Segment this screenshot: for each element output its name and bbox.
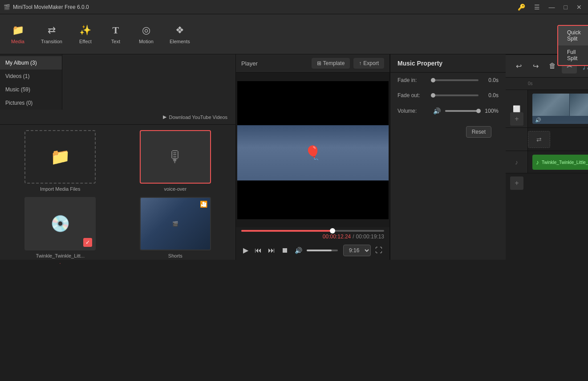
sidebar-item-my-album[interactable]: My Album (3) bbox=[0, 56, 62, 70]
player-timeline: 00:00:12.24 / 00:00:19:13 bbox=[236, 227, 389, 242]
fade-out-value: 0.0s bbox=[483, 92, 499, 98]
clip-frame-1 bbox=[532, 94, 570, 116]
voiceover-icon: 🎙 bbox=[167, 147, 183, 166]
music-twinkle-card[interactable]: 💿 ✓ Twinkle_Twinkle_Litt... ↓ bbox=[5, 197, 115, 258]
volume-row: Volume: 🔊 100% bbox=[390, 103, 506, 119]
menu-icon[interactable]: ☰ bbox=[531, 3, 543, 12]
title-bar: 🎬 MiniTool MovieMaker Free 6.0.0 🔑 ☰ — □… bbox=[0, 0, 588, 14]
add-music-track-button[interactable]: + bbox=[510, 176, 523, 190]
export-button[interactable]: ↑ Export bbox=[353, 58, 384, 69]
fade-in-slider[interactable] bbox=[433, 79, 479, 81]
music-disc-icon: 💿 bbox=[50, 214, 70, 233]
down-arrow-indicator: ↓ bbox=[57, 259, 63, 264]
volume-icon[interactable]: 🔊 bbox=[293, 245, 304, 256]
import-media-card[interactable]: 📁 Import Media Files bbox=[5, 130, 115, 192]
voiceover-card[interactable]: 🎙 voice-over bbox=[121, 130, 231, 192]
quick-split-popup: Quick Split Full Split bbox=[557, 25, 588, 66]
fade-out-slider[interactable] bbox=[433, 94, 479, 96]
sidebar-item-pictures[interactable]: Pictures (0) bbox=[0, 96, 62, 110]
fullscreen-button[interactable]: ⛶ bbox=[373, 245, 384, 256]
progress-thumb[interactable] bbox=[330, 228, 335, 234]
player-header: Player ⊞ Template ↑ Export bbox=[236, 54, 389, 73]
album-sidebar: My Album (3) Videos (1) Music (59) Pictu… bbox=[0, 54, 62, 110]
toolbar-item-effect[interactable]: ✨ Effect bbox=[71, 18, 100, 50]
lower-content: ↩ ↪ 🗑 ✂ 🎵 ⊡ ⊟ ⊞ bbox=[506, 54, 588, 176]
player-header-buttons: ⊞ Template ↑ Export bbox=[312, 58, 384, 69]
progress-bar[interactable] bbox=[241, 230, 384, 232]
volume-property-thumb[interactable] bbox=[476, 109, 481, 113]
toolbar-item-elements[interactable]: ❖ Elements bbox=[162, 18, 197, 50]
download-youtube-button[interactable]: ▶ Download YouTube Videos bbox=[159, 112, 231, 122]
main-layout: My Album (3) Videos (1) Music (59) Pictu… bbox=[0, 54, 588, 381]
voiceover-thumb: 🎙 bbox=[140, 130, 211, 184]
ruler-mark-0: 0s bbox=[528, 81, 533, 86]
import-label: Import Media Files bbox=[40, 186, 80, 192]
aspect-ratio-select[interactable]: 9:16 16:9 1:1 bbox=[343, 245, 371, 256]
music-note-icon: ♪ bbox=[536, 159, 539, 166]
next-frame-button[interactable]: ⏭ bbox=[266, 245, 277, 256]
app-icon: 🎬 bbox=[4, 4, 10, 10]
transition-label: Transition bbox=[41, 39, 62, 44]
balloon-scene: 🎈 bbox=[237, 125, 389, 180]
video-type-badge: 🎦 bbox=[200, 201, 207, 208]
toolbar-item-text[interactable]: T Text bbox=[101, 18, 130, 50]
key-icon[interactable]: 🔑 bbox=[515, 3, 528, 12]
volume-property-slider[interactable] bbox=[445, 110, 479, 112]
progress-fill bbox=[241, 230, 333, 232]
sidebar-item-music[interactable]: Music (59) bbox=[0, 83, 62, 96]
time-display: 00:00:12.24 / 00:00:19:13 bbox=[241, 232, 384, 242]
total-time: 00:00:19:13 bbox=[356, 234, 384, 240]
add-video-track-button[interactable]: + bbox=[510, 112, 523, 126]
twinkle-label: Twinkle_Twinkle_Litt... bbox=[36, 253, 85, 258]
trans-slot-1: ⇄ bbox=[528, 131, 550, 148]
selected-badge: ✓ bbox=[83, 238, 92, 247]
fade-out-row: Fade out: 0.0s bbox=[390, 88, 506, 103]
motion-icon: ◎ bbox=[142, 25, 150, 36]
maximize-button[interactable]: □ bbox=[561, 3, 570, 12]
transition-track-content: ⇄ ⬇ ⇄ ⇄ ⇄ bbox=[528, 128, 588, 151]
import-thumb: 📁 bbox=[24, 130, 96, 184]
export-icon: ↑ bbox=[359, 60, 361, 66]
fade-out-thumb[interactable] bbox=[431, 93, 435, 98]
elements-icon: ❖ bbox=[175, 25, 184, 36]
close-button[interactable]: ✕ bbox=[574, 3, 584, 12]
player-title: Player bbox=[241, 60, 258, 67]
prev-frame-button[interactable]: ⏮ bbox=[253, 245, 264, 256]
video-clip[interactable]: 🔊 bbox=[532, 94, 588, 124]
redo-button[interactable]: ↪ bbox=[528, 58, 543, 74]
export-label: Export bbox=[363, 60, 379, 66]
reset-button[interactable]: Reset bbox=[466, 126, 491, 138]
effect-label: Effect bbox=[79, 39, 92, 44]
add-track-buttons: + + bbox=[506, 68, 528, 190]
elements-label: Elements bbox=[170, 39, 190, 44]
template-label: Template bbox=[323, 60, 345, 66]
transition-icon: ⇄ bbox=[48, 25, 56, 36]
template-button[interactable]: ⊞ Template bbox=[312, 58, 350, 69]
voiceover-label: voice-over bbox=[164, 186, 187, 192]
clip-frames bbox=[532, 94, 588, 116]
stop-button[interactable]: ⏹ bbox=[280, 245, 290, 256]
timeline-area: 0s 19.5s ⬜ bbox=[506, 78, 588, 176]
play-button[interactable]: ▶ bbox=[241, 244, 250, 256]
upper-content: My Album (3) Videos (1) Music (59) Pictu… bbox=[0, 54, 506, 260]
media-grid: 📁 Import Media Files 🎙 voice-over bbox=[0, 125, 235, 264]
music-clip[interactable]: ♪ Twinkle_Twinkle_Little_Star_instrument… bbox=[532, 155, 588, 170]
volume-slider[interactable] bbox=[307, 250, 338, 251]
shorts-thumb: 🎬 🎦 bbox=[140, 197, 211, 250]
current-time: 00:00:12.24 bbox=[323, 234, 351, 240]
trans-arrow-icon-1[interactable]: ⇄ bbox=[536, 136, 542, 143]
fade-in-row: Fade in: 0.0s bbox=[390, 73, 506, 88]
toolbar-item-media[interactable]: 📁 Media bbox=[4, 18, 32, 50]
minimize-button[interactable]: — bbox=[546, 3, 558, 12]
quick-split-option[interactable]: Quick Split bbox=[558, 26, 588, 45]
motion-label: Motion bbox=[139, 39, 154, 44]
fade-in-thumb[interactable] bbox=[431, 78, 435, 82]
volume-property-fill bbox=[445, 110, 479, 112]
toolbar-item-transition[interactable]: ⇄ Transition bbox=[34, 18, 69, 50]
sidebar-item-videos[interactable]: Videos (1) bbox=[0, 70, 62, 83]
shorts-card[interactable]: 🎬 🎦 Shorts bbox=[121, 197, 231, 258]
clip-volume-icon: 🔊 bbox=[535, 117, 541, 123]
full-split-option[interactable]: Full Split bbox=[558, 45, 588, 65]
toolbar-item-motion[interactable]: ◎ Motion bbox=[132, 18, 161, 50]
volume-fill bbox=[307, 250, 332, 251]
